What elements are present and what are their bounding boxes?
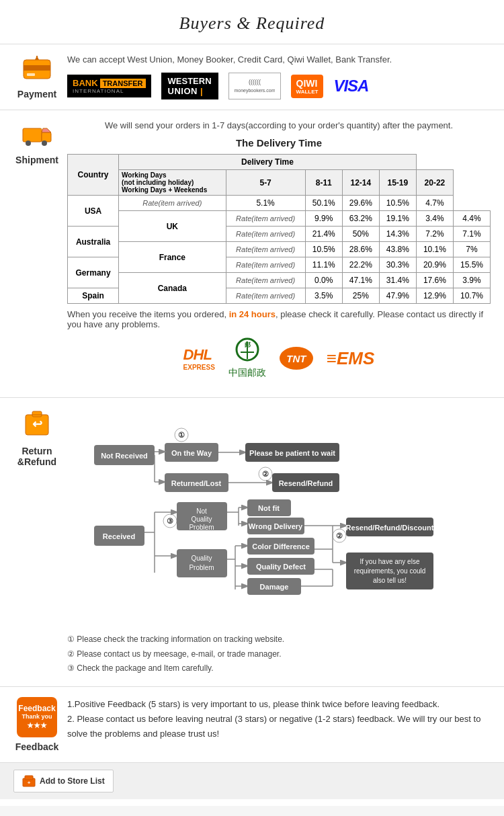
d4-cell: 12.9% bbox=[416, 288, 453, 304]
rate-cell: Rate(item arrived) bbox=[226, 288, 305, 304]
d2-cell: 50% bbox=[342, 227, 379, 242]
flow-note-3: ③ Check the package and Item carefully. bbox=[67, 661, 491, 676]
svg-text:Damage: Damage bbox=[260, 583, 289, 591]
header: Buyers & Required bbox=[0, 7, 504, 44]
svg-rect-17 bbox=[32, 411, 42, 417]
feedback-content: 1.Positive Feedback (5 stars) is very im… bbox=[60, 697, 491, 741]
feedback-section: Feedback Thank you ★★★ Feedback 1.Positi… bbox=[0, 687, 504, 763]
feedback-icon-area: Feedback Thank you ★★★ Feedback bbox=[13, 697, 60, 752]
svg-text:Resend/Refund: Resend/Refund bbox=[279, 479, 333, 487]
svg-text:Color Difference: Color Difference bbox=[252, 542, 310, 550]
country-cell: France bbox=[119, 242, 226, 273]
return-icon-area: ↩ Return &Refund bbox=[13, 408, 60, 467]
d3-cell: 47.9% bbox=[379, 288, 416, 304]
western-union-logo: WESTERN UNION | bbox=[161, 73, 218, 99]
payment-section: Payment We can accept West Union, Money … bbox=[0, 44, 504, 110]
svg-text:Wrong Delivery: Wrong Delivery bbox=[249, 522, 303, 530]
rate-cell: Rate(item arrived) bbox=[119, 196, 226, 211]
d5-cell: 10.7% bbox=[453, 288, 490, 304]
add-store-label: Add to Store List bbox=[40, 776, 105, 786]
d3-cell: 43.8% bbox=[379, 242, 416, 257]
d3-cell: 31.4% bbox=[379, 273, 416, 288]
return-label: Return &Refund bbox=[13, 446, 60, 467]
table-header-delivery: Delivery Time bbox=[119, 155, 417, 170]
table-subheader-days: Working Days(not including holiday)Worki… bbox=[119, 170, 226, 196]
table-col-8-11: 8-11 bbox=[305, 170, 342, 196]
table-col-15-19: 15-19 bbox=[379, 170, 416, 196]
return-content: Not Received ① On the Way Please be pati… bbox=[60, 408, 491, 676]
svg-text:moneybookers.com: moneybookers.com bbox=[235, 88, 275, 93]
store-icon: + bbox=[22, 774, 36, 788]
visa-logo: VISA bbox=[333, 77, 368, 95]
tnt-logo: TNT bbox=[280, 347, 313, 370]
feedback-badge: Feedback Thank you ★★★ bbox=[17, 697, 57, 737]
moneybookers-logo: (((((( moneybookers.com bbox=[228, 73, 281, 99]
payment-label: Payment bbox=[17, 89, 56, 99]
shipment-note: We will send your orders in 1-7 days(acc… bbox=[67, 120, 491, 130]
svg-text:((((((: (((((( bbox=[249, 79, 261, 85]
country-cell: Germany bbox=[68, 257, 119, 288]
d1-cell: 10.5% bbox=[305, 242, 342, 257]
svg-text:Quality: Quality bbox=[191, 555, 212, 562]
china-post-logo: 邮 中国邮政 bbox=[228, 337, 266, 379]
svg-text:Not fit: Not fit bbox=[258, 504, 280, 512]
svg-text:also tell us!: also tell us! bbox=[373, 577, 407, 584]
flow-note-1: ① Please check the tracking information … bbox=[67, 633, 491, 647]
d2-cell: 63.2% bbox=[342, 211, 379, 227]
table-col-5-7: 5-7 bbox=[226, 170, 305, 196]
svg-text:requirements, you could: requirements, you could bbox=[354, 567, 426, 575]
return-refund-section: ↩ Return &Refund Not Received ① bbox=[0, 398, 504, 687]
svg-text:Problem: Problem bbox=[189, 524, 214, 531]
svg-text:③: ③ bbox=[167, 517, 173, 525]
country-cell: Canada bbox=[119, 273, 226, 304]
dhl-logo: DHL EXPRESS bbox=[183, 346, 215, 371]
svg-text:If you have any else: If you have any else bbox=[360, 558, 420, 565]
table-col-20-22: 20-22 bbox=[416, 170, 453, 196]
feedback-text: 1.Positive Feedback (5 stars) is very im… bbox=[67, 697, 491, 741]
svg-text:↩: ↩ bbox=[32, 417, 42, 431]
d3-cell: 30.3% bbox=[379, 257, 416, 273]
svg-rect-2 bbox=[27, 73, 35, 76]
shipment-icon-area: Shipment bbox=[13, 120, 60, 165]
svg-text:Resend/Refund/Discount: Resend/Refund/Discount bbox=[346, 524, 434, 532]
svg-text:On the Way: On the Way bbox=[171, 449, 212, 457]
svg-text:①: ① bbox=[178, 431, 185, 439]
svg-text:Problem: Problem bbox=[189, 564, 214, 571]
svg-rect-8 bbox=[42, 132, 51, 142]
payment-text: We can accept West Union, Money Booker, … bbox=[67, 54, 491, 65]
svg-point-11 bbox=[42, 140, 47, 146]
d1-cell: 3.5% bbox=[305, 288, 342, 304]
d1-cell: 9.9% bbox=[305, 211, 342, 227]
svg-text:Quality: Quality bbox=[191, 516, 212, 523]
flowchart: Not Received ① On the Way Please be pati… bbox=[67, 408, 491, 623]
shipment-content: We will send your orders in 1-7 days(acc… bbox=[60, 120, 491, 387]
d2-cell: 47.1% bbox=[342, 273, 379, 288]
country-cell: USA bbox=[68, 196, 119, 227]
table-row: USA Rate(item arrived) 5.1% 50.1% 29.6% … bbox=[68, 196, 491, 211]
svg-text:Please be patient to wait: Please be patient to wait bbox=[249, 449, 335, 457]
d1-cell: 5.1% bbox=[226, 196, 305, 211]
footer: + Add to Store List bbox=[0, 763, 504, 799]
svg-marker-9 bbox=[42, 128, 51, 132]
shipment-section: Shipment We will send your orders in 1-7… bbox=[0, 110, 504, 398]
feedback-label: Feedback bbox=[15, 741, 59, 752]
ems-logo: ≡EMS bbox=[327, 348, 375, 369]
svg-rect-59 bbox=[177, 549, 227, 577]
table-row: France Rate(item arrived) 10.5% 28.6% 43… bbox=[68, 242, 491, 257]
d1-cell: 21.4% bbox=[305, 227, 342, 242]
d4-cell: 10.1% bbox=[416, 242, 453, 257]
rate-cell: Rate(item arrived) bbox=[226, 227, 305, 242]
rate-cell: Rate(item arrived) bbox=[226, 273, 305, 288]
rate-cell: Rate(item arrived) bbox=[226, 211, 305, 227]
d2-cell: 28.6% bbox=[342, 242, 379, 257]
d5-cell: 3.9% bbox=[453, 273, 490, 288]
d5-cell: 7.1% bbox=[453, 227, 490, 242]
d2-cell: 50.1% bbox=[305, 196, 342, 211]
page: Buyers & Required Payment We can accept … bbox=[0, 0, 504, 806]
add-to-store-button[interactable]: + Add to Store List bbox=[13, 770, 114, 792]
return-icon: ↩ bbox=[20, 408, 54, 442]
flow-notes: ① Please check the tracking information … bbox=[67, 633, 491, 676]
d3-cell: 19.1% bbox=[379, 211, 416, 227]
d4-cell: 20.9% bbox=[416, 257, 453, 273]
delivery-title: The Delivery Time bbox=[67, 137, 491, 149]
